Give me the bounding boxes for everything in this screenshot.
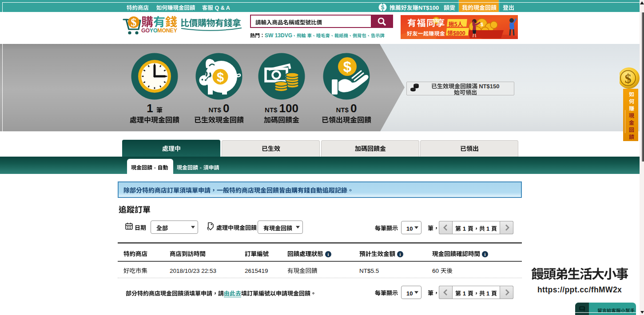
svg-text:$: $ [217,70,224,84]
svg-text:$: $ [343,59,351,75]
svg-text:i: i [328,252,329,257]
svg-text:$: $ [381,4,385,11]
svg-text:$: $ [131,16,137,29]
svg-text:i: i [400,252,401,257]
svg-text:i: i [485,252,486,257]
svg-text:$: $ [625,71,632,86]
